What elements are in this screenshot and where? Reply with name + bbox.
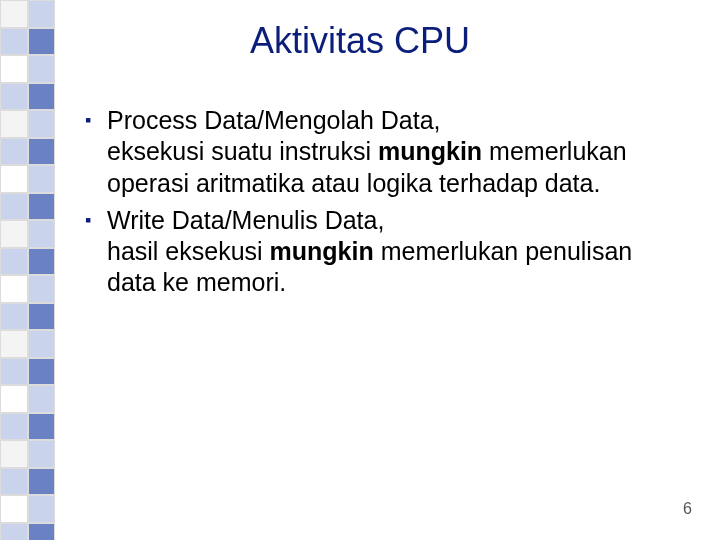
bullet-body-bold: mungkin (270, 237, 374, 265)
bullet-marker-icon: ▪ (85, 205, 107, 299)
slide: Aktivitas CPU ▪ Process Data/Mengolah Da… (0, 0, 720, 540)
bullet-item: ▪ Write Data/Menulis Data, hasil eksekus… (85, 205, 675, 299)
bullet-body-pre: eksekusi suatu instruksi (107, 137, 378, 165)
bullet-head: Process Data/Mengolah Data, (107, 106, 441, 134)
bullet-text: Process Data/Mengolah Data, eksekusi sua… (107, 105, 675, 199)
bullet-item: ▪ Process Data/Mengolah Data, eksekusi s… (85, 105, 675, 199)
bullet-head: Write Data/Menulis Data, (107, 206, 384, 234)
side-gingham-pattern (0, 0, 55, 540)
slide-title: Aktivitas CPU (0, 20, 720, 62)
page-number: 6 (683, 500, 692, 518)
slide-content: ▪ Process Data/Mengolah Data, eksekusi s… (85, 105, 675, 305)
bullet-marker-icon: ▪ (85, 105, 107, 199)
bullet-body-pre: hasil eksekusi (107, 237, 270, 265)
bullet-text: Write Data/Menulis Data, hasil eksekusi … (107, 205, 675, 299)
bullet-body-bold: mungkin (378, 137, 482, 165)
